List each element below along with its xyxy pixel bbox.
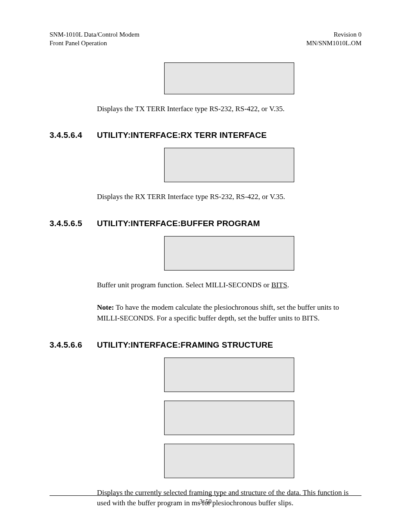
page-footer: 3–50 [50,495,361,505]
section-title: UTILITY:INTERFACE:BUFFER PROGRAM [97,219,361,228]
header-left-line2: Front Panel Operation [50,40,107,47]
section-title: UTILITY:INTERFACE:RX TERR INTERFACE [97,131,361,140]
display-box [164,401,294,435]
note-paragraph: Note: To have the modem calculate the pl… [97,302,361,324]
section-number: 3.4.5.6.4 [50,131,97,140]
buffer-text-suffix: . [287,281,289,289]
document-page: SNM-1010L Data/Control Modem Front Panel… [0,0,411,532]
header-right-line2: MN/SNM1010L.OM [306,40,361,47]
display-box [164,148,294,182]
display-box [164,358,294,392]
footer-rule [50,495,361,496]
body-paragraph: Displays the RX TERR Interface type RS-2… [97,192,361,202]
header-left: SNM-1010L Data/Control Modem Front Panel… [50,30,140,48]
header-left-line1: SNM-1010L Data/Control Modem [50,31,140,38]
section-heading: 3.4.5.6.6 UTILITY:INTERFACE:FRAMING STRU… [50,340,361,350]
display-box [164,62,294,94]
section-body: Buffer unit program function. Select MIL… [97,236,361,324]
header-right-line1: Revision 0 [333,31,361,38]
display-box [164,444,294,478]
section-title: UTILITY:INTERFACE:FRAMING STRUCTURE [97,340,361,350]
buffer-text-underlined: BITS [271,281,287,289]
note-label: Note: [97,303,114,311]
section-number: 3.4.5.6.6 [50,340,97,350]
display-box [164,236,294,271]
section-body: Displays the RX TERR Interface type RS-2… [97,148,361,202]
section-body: Displays the currently selected framing … [97,358,361,509]
note-text: To have the modem calculate the plesioch… [97,303,339,322]
body-paragraph: Buffer unit program function. Select MIL… [97,280,361,291]
page-header: SNM-1010L Data/Control Modem Front Panel… [50,30,361,48]
section-number: 3.4.5.6.5 [50,219,97,228]
intro-paragraph: Displays the TX TERR Interface type RS-2… [97,104,361,115]
section-heading: 3.4.5.6.5 UTILITY:INTERFACE:BUFFER PROGR… [50,219,361,228]
intro-block: Displays the TX TERR Interface type RS-2… [97,62,361,115]
section-heading: 3.4.5.6.4 UTILITY:INTERFACE:RX TERR INTE… [50,131,361,140]
header-right: Revision 0 MN/SNM1010L.OM [306,30,361,48]
page-number: 3–50 [50,498,361,505]
buffer-text-prefix: Buffer unit program function. Select MIL… [97,281,271,289]
